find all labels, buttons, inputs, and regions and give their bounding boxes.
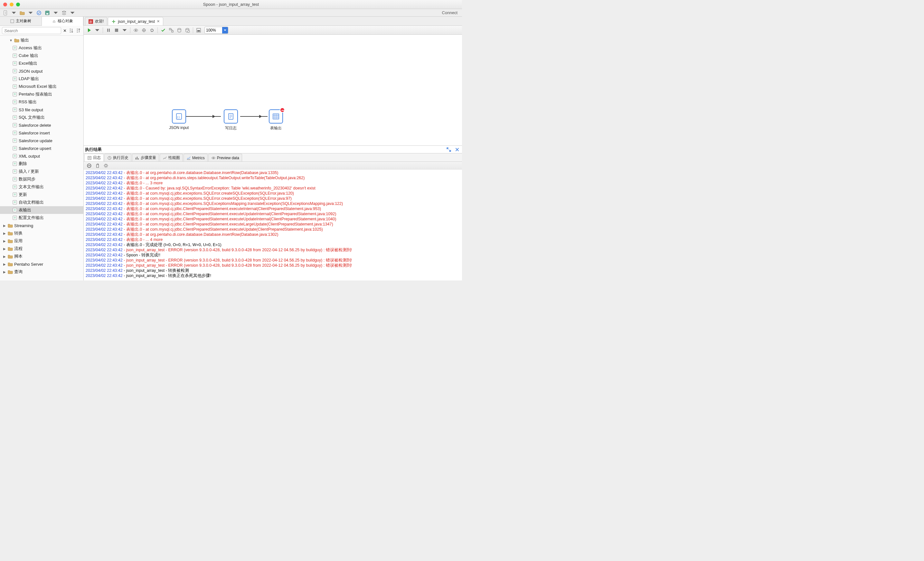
verify-button[interactable] <box>160 27 167 34</box>
tree-item-salesforce-delete[interactable]: Salesforce delete <box>0 121 83 129</box>
log-clear-button[interactable] <box>94 162 101 169</box>
save-button[interactable] <box>44 9 51 16</box>
run-dropdown-button[interactable] <box>94 27 101 34</box>
log-stop-button[interactable] <box>86 162 93 169</box>
pause-button[interactable] <box>105 27 112 34</box>
show-results-button[interactable] <box>195 27 202 34</box>
preview-button[interactable] <box>132 27 140 34</box>
impact-button[interactable] <box>168 27 175 34</box>
svg-rect-18 <box>13 147 17 150</box>
svg-rect-16 <box>13 131 17 135</box>
results-tab-metrics[interactable]: Metrics <box>183 154 208 162</box>
perspective-button[interactable] <box>60 9 68 16</box>
expand-all-button[interactable] <box>69 27 74 34</box>
tree-item--[interactable]: 更新 <box>0 191 83 199</box>
log-output[interactable]: 2023/04/02 22:43:42 - 表输出.0 - at org.pen… <box>84 169 462 280</box>
tree-item-salesforce-insert[interactable]: Salesforce insert <box>0 129 83 137</box>
step-icon <box>12 107 17 112</box>
new-file-button[interactable] <box>2 9 9 16</box>
object-tree[interactable]: ▼输出 Access 输出Cube 输出Excel输出JSON outputLD… <box>0 36 83 280</box>
tree-folder-output[interactable]: ▼输出 <box>0 36 83 44</box>
results-tab--[interactable]: 日志 <box>84 154 104 162</box>
tree-item-s3-file-output[interactable]: S3 file output <box>0 106 83 114</box>
transformation-canvas[interactable]: { }JSON input写日志表输出 <box>84 35 462 145</box>
results-tab--[interactable]: 性能图 <box>160 154 183 162</box>
sql-button[interactable] <box>176 27 183 34</box>
tree-item-xml-output[interactable]: XML output <box>0 152 83 160</box>
run-button[interactable] <box>86 27 93 34</box>
open-dropdown-button[interactable] <box>27 9 34 16</box>
tab-transformation[interactable]: json_input_array_test✕ <box>108 17 163 25</box>
collapse-all-button[interactable] <box>76 27 81 34</box>
svg-rect-3 <box>46 13 48 15</box>
tree-item-excel-[interactable]: Excel输出 <box>0 60 83 67</box>
tree-item-json-output[interactable]: JSON output <box>0 67 83 75</box>
tree-folder--[interactable]: ▶转换 <box>0 229 83 237</box>
debug-button[interactable] <box>140 27 147 34</box>
step-icon <box>12 192 17 197</box>
open-file-button[interactable] <box>19 9 26 16</box>
tree-folder--[interactable]: ▶流程 <box>0 245 83 253</box>
search-input[interactable] <box>2 27 61 34</box>
save-dropdown-button[interactable] <box>52 9 59 16</box>
write-log-node[interactable]: 写日志 <box>224 109 238 131</box>
maximize-panel-button[interactable] <box>445 146 452 153</box>
table-output-node[interactable]: 表输出 <box>269 109 283 131</box>
log-settings-button[interactable] <box>102 162 110 169</box>
svg-rect-9 <box>13 77 17 81</box>
zoom-dropdown-button[interactable] <box>222 27 228 33</box>
tree-item-sql-[interactable]: SQL 文件输出 <box>0 114 83 121</box>
maximize-window-button[interactable] <box>16 3 20 6</box>
connect-link[interactable]: Connect <box>442 10 460 15</box>
tree-folder--[interactable]: ▶应用 <box>0 237 83 245</box>
tree-item-salesforce-update[interactable]: Salesforce update <box>0 137 83 144</box>
tab-core-objects[interactable]: 核心对象 <box>42 17 84 26</box>
step-icon <box>12 130 17 135</box>
zoom-input[interactable] <box>205 27 222 33</box>
tab-main-object-tree[interactable]: 主对象树 <box>0 17 42 25</box>
close-window-button[interactable] <box>3 3 7 6</box>
svg-rect-8 <box>13 69 17 73</box>
explore-button[interactable] <box>35 9 42 16</box>
replay-button[interactable] <box>148 27 156 34</box>
tree-item-microsoft-excel-[interactable]: Microsoft Excel 输出 <box>0 83 83 90</box>
tree-folder-streaming[interactable]: ▶Streaming <box>0 221 83 229</box>
tree-folder-pentaho-server[interactable]: ▶Pentaho Server <box>0 260 83 268</box>
arrow-head-icon <box>259 115 262 118</box>
tree-item-pentaho-[interactable]: Pentaho 报表输出 <box>0 90 83 98</box>
tree-item--[interactable]: 自动文档输出 <box>0 199 83 206</box>
close-tab-icon[interactable]: ✕ <box>157 19 160 24</box>
tab-welcome[interactable]: 欢欢迎! <box>85 17 107 25</box>
step-icon <box>12 99 17 105</box>
results-tab--[interactable]: 执行历史 <box>104 154 131 162</box>
step-icon <box>12 92 17 97</box>
tree-item--[interactable]: 表输出 <box>0 206 83 214</box>
step-icon <box>12 53 17 58</box>
new-dropdown-button[interactable] <box>10 9 17 16</box>
tree-item--[interactable]: 删除 <box>0 160 83 168</box>
stop-dropdown-button[interactable] <box>121 27 128 34</box>
close-panel-button[interactable] <box>454 146 461 153</box>
results-tab--[interactable]: 步骤度量 <box>132 154 159 162</box>
tree-item-ldap-[interactable]: LDAP 输出 <box>0 75 83 83</box>
tree-item-cube-[interactable]: Cube 输出 <box>0 52 83 60</box>
clear-search-button[interactable]: ✕ <box>63 27 67 34</box>
explore-db-button[interactable] <box>184 27 191 34</box>
minimize-window-button[interactable] <box>10 3 14 6</box>
tree-item-rss-[interactable]: RSS 输出 <box>0 98 83 106</box>
perspective-dropdown-button[interactable] <box>69 9 76 16</box>
tree-folder--[interactable]: ▶脚本 <box>0 253 83 260</box>
tree-item-salesforce-upsert[interactable]: Salesforce upsert <box>0 144 83 152</box>
results-tab-preview-data[interactable]: Preview data <box>208 154 242 162</box>
log-line: 2023/04/02 22:43:42 - json_input_array_t… <box>86 273 460 278</box>
step-icon <box>12 200 17 205</box>
tree-item--[interactable]: 数据同步 <box>0 175 83 183</box>
log-line: 2023/04/02 22:43:42 - 表输出.0 - 完成处理 (I=0,… <box>86 242 460 247</box>
stop-button[interactable] <box>113 27 120 34</box>
json-input-node[interactable]: { }JSON input <box>169 109 189 130</box>
tree-item--[interactable]: 插入 / 更新 <box>0 168 83 175</box>
tree-item--[interactable]: 配置文件输出 <box>0 214 83 221</box>
tree-item--[interactable]: 文本文件输出 <box>0 183 83 191</box>
tree-item-access-[interactable]: Access 输出 <box>0 44 83 52</box>
tree-folder--[interactable]: ▶查询 <box>0 268 83 276</box>
